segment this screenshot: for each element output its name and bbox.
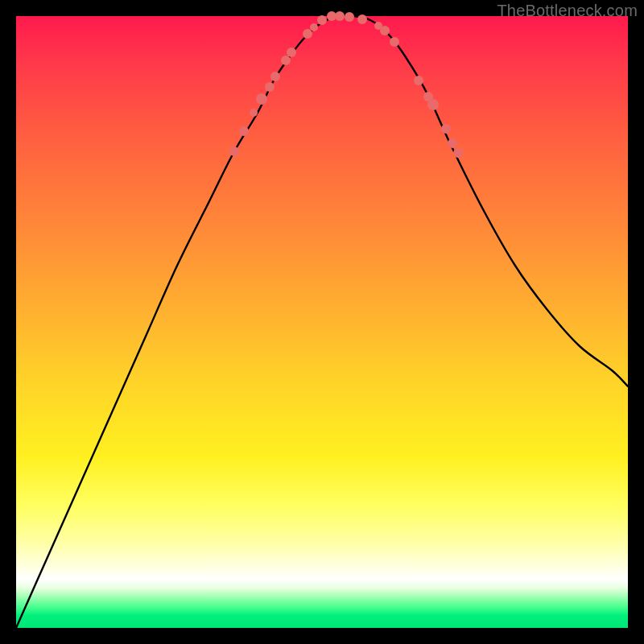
curve-layer: [16, 16, 628, 628]
curve-marker: [357, 14, 367, 24]
curve-marker: [265, 82, 275, 92]
curve-marker: [453, 148, 463, 158]
curve-marker: [427, 99, 439, 110]
curve-marker: [287, 47, 296, 57]
curve-markers: [229, 11, 463, 158]
curve-marker: [239, 126, 249, 136]
curve-marker: [335, 11, 345, 21]
chart-frame: TheBottleneck.com: [0, 0, 644, 644]
bottleneck-curve: [16, 15, 628, 628]
curve-marker: [317, 15, 327, 25]
curve-marker: [270, 72, 280, 81]
plot-area: [16, 16, 628, 628]
watermark-text: TheBottleneck.com: [497, 2, 638, 20]
curve-marker: [250, 109, 258, 117]
curve-marker: [303, 29, 312, 39]
curve-marker: [310, 23, 318, 31]
curve-marker: [390, 37, 399, 47]
curve-marker: [380, 26, 390, 35]
curve-marker: [229, 147, 239, 156]
curve-marker: [281, 56, 291, 65]
curve-marker: [448, 138, 457, 148]
curve-marker: [256, 93, 267, 105]
curve-marker: [441, 124, 451, 134]
curve-marker: [345, 12, 354, 22]
curve-marker: [414, 76, 423, 85]
